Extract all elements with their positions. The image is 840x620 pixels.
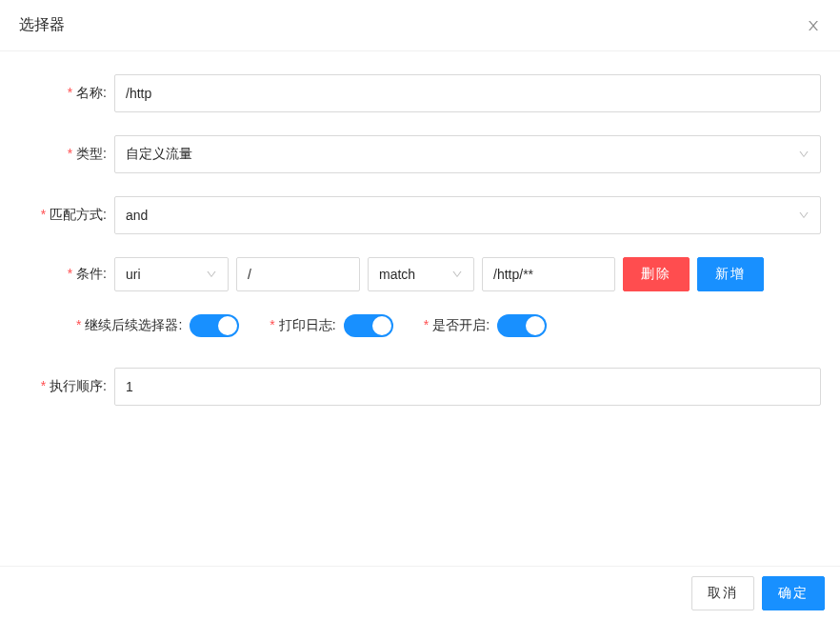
confirm-button[interactable]: 确定 (762, 576, 825, 610)
condition-row: uri match 删除 新增 (114, 257, 821, 291)
form-row-order: *执行顺序: (19, 368, 821, 406)
order-input[interactable] (114, 368, 821, 406)
name-label: *名称: (19, 85, 114, 102)
match-mode-select[interactable]: and (114, 196, 821, 234)
form-row-name: *名称: (19, 74, 821, 112)
modal-body: *名称: *类型: 自定义流量 *匹配方式: and (0, 51, 840, 451)
form-row-conditions: *条件: uri match 删除 新增 (19, 257, 821, 291)
toggle-row: *继续后续选择器: *打印日志: *是否开启: (19, 314, 821, 337)
match-mode-select-value: and (126, 208, 148, 223)
condition-field-select[interactable]: uri (114, 257, 229, 291)
form-row-type: *类型: 自定义流量 (19, 135, 821, 173)
condition-operator-select[interactable]: match (368, 257, 474, 291)
enabled-switch[interactable] (497, 314, 547, 337)
printlog-label: *打印日志: (270, 317, 335, 334)
match-mode-label: *匹配方式: (19, 207, 114, 224)
type-label: *类型: (19, 146, 114, 163)
switch-handle (372, 316, 391, 335)
switch-handle (526, 316, 545, 335)
chevron-down-icon (206, 269, 217, 280)
condition-operator-value: match (379, 267, 415, 282)
continue-switch[interactable] (190, 314, 239, 337)
chevron-down-icon (451, 269, 463, 280)
name-input[interactable] (114, 74, 821, 112)
delete-button[interactable]: 删除 (623, 257, 690, 291)
toggle-continue-group: *继续后续选择器: (76, 314, 239, 337)
conditions-label: *条件: (19, 266, 114, 283)
order-label: *执行顺序: (19, 378, 114, 395)
cancel-button[interactable]: 取消 (691, 576, 754, 610)
condition-field-value: uri (126, 267, 141, 282)
switch-handle (218, 316, 237, 335)
chevron-down-icon (798, 210, 810, 221)
continue-label: *继续后续选择器: (76, 317, 182, 334)
condition-path-input[interactable] (236, 257, 360, 291)
form-row-match-mode: *匹配方式: and (19, 196, 821, 234)
chevron-down-icon (798, 149, 810, 160)
close-icon[interactable] (806, 18, 821, 33)
modal-title: 选择器 (19, 15, 65, 35)
toggle-printlog-group: *打印日志: (270, 314, 392, 337)
printlog-switch[interactable] (344, 314, 393, 337)
type-select-value: 自定义流量 (126, 146, 192, 163)
toggle-enabled-group: *是否开启: (424, 314, 547, 337)
modal-header: 选择器 (0, 0, 840, 51)
add-button[interactable]: 新增 (697, 257, 764, 291)
enabled-label: *是否开启: (424, 317, 490, 334)
condition-pattern-input[interactable] (482, 257, 615, 291)
type-select[interactable]: 自定义流量 (114, 135, 821, 173)
modal-footer: 取消 确定 (0, 566, 840, 620)
